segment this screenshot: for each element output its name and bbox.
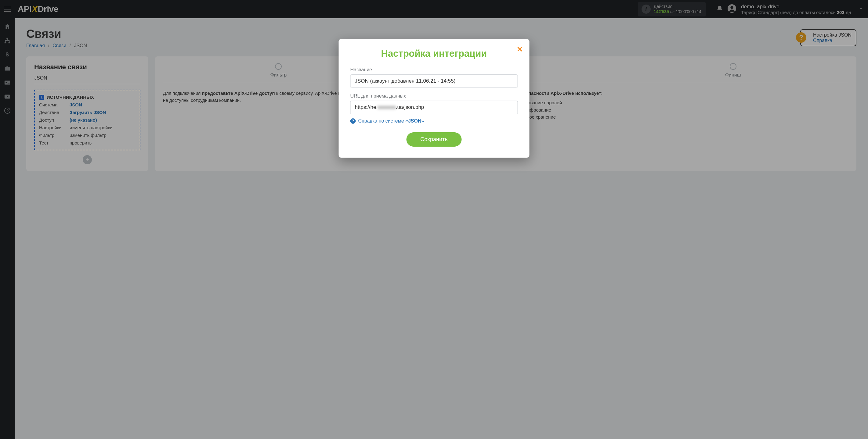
url-input[interactable]: https://he.xxxxxxx.ua/json.php [350, 101, 518, 114]
modal-title: Настройка интеграции [350, 48, 518, 59]
integration-settings-modal: ✕ Настройка интеграции Название URL для … [339, 39, 530, 158]
modal-help-link[interactable]: ? Справка по системе «JSON» [350, 118, 518, 124]
name-field-label: Название [350, 67, 518, 73]
save-button[interactable]: Сохранить [406, 132, 462, 147]
name-input[interactable] [350, 74, 518, 88]
url-hidden-part: xxxxxxx [377, 104, 396, 110]
question-small-icon: ? [350, 118, 356, 124]
url-field-label: URL для приема данных [350, 93, 518, 99]
modal-close-button[interactable]: ✕ [517, 46, 523, 53]
